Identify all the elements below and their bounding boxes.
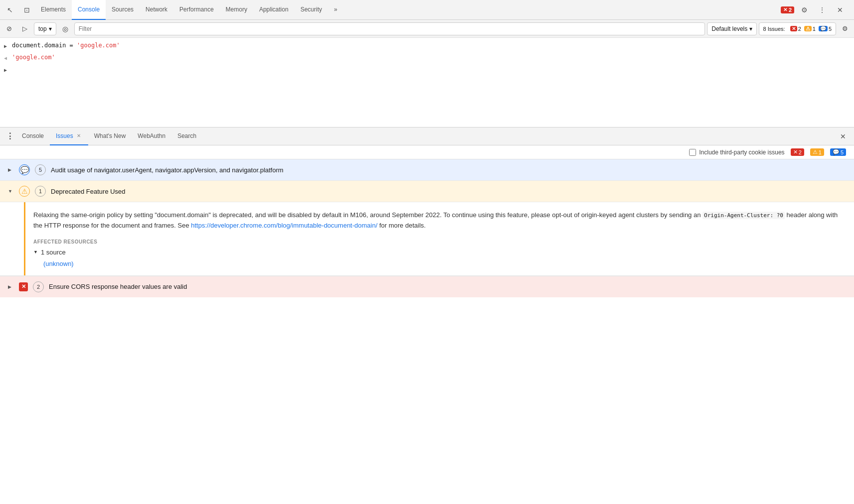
tab-application[interactable]: Application [253, 0, 294, 20]
bottom-tab-issues[interactable]: Issues ✕ [50, 127, 88, 145]
tab-network[interactable]: Network [140, 0, 173, 20]
hide-network-icon[interactable]: ◎ [58, 22, 72, 36]
console-line-2: ◀ 'google.com' [0, 52, 854, 64]
issue-row-navigator-audit[interactable]: ▶ 💬 5 Audit usage of navigator.userAgent… [0, 159, 854, 181]
affected-resources-label: Affected Resources [33, 239, 844, 245]
error-badge[interactable]: ✕ 2 [781, 6, 794, 13]
top-context-selector[interactable]: top ▾ [34, 22, 56, 35]
source-toggle-arrow-icon: ▼ [33, 250, 38, 254]
chevron-down-icon: ▾ [49, 25, 52, 32]
close-issues-tab-icon[interactable]: ✕ [75, 132, 82, 139]
issue-title-navigator: Audit usage of navigator.userAgent, navi… [51, 166, 284, 174]
issues-x-icon: ✕ [793, 149, 798, 155]
console-output: ▶ document.domain = 'google.com' ◀ 'goog… [0, 38, 854, 127]
tab-memory[interactable]: Memory [220, 0, 253, 20]
bottom-tab-search[interactable]: Search [171, 127, 202, 145]
issue-error-count-badge: 2 [33, 281, 44, 292]
issue-row-cors[interactable]: ▶ ✕ 2 Ensure CORS response header values… [0, 276, 854, 297]
tab-more[interactable]: » [328, 0, 343, 20]
third-party-cookie-checkbox-label[interactable]: Include third-party cookie issues [689, 149, 784, 156]
settings-icon[interactable]: ⚙ [796, 2, 812, 18]
issue-error-icon: ✕ [19, 282, 28, 291]
panel-more-icon[interactable]: ⋮ [4, 130, 16, 142]
issues-toolbar: Include third-party cookie issues ✕ 2 ⚠ … [0, 145, 854, 159]
tab-security[interactable]: Security [294, 0, 328, 20]
tab-console[interactable]: Console [72, 0, 106, 20]
source-item-unknown[interactable]: (unknown) [33, 260, 844, 267]
clear-console-icon[interactable]: ⊘ [2, 22, 16, 36]
cors-collapsed-icon: ▶ [8, 284, 14, 289]
filter-input[interactable] [74, 22, 706, 35]
issues-badge-container[interactable]: 8 Issues: ✕ 2 ⚠ 1 💬 5 [759, 22, 836, 35]
tab-sources[interactable]: Sources [106, 0, 140, 20]
issue-deprecated-expanded-content: Relaxing the same-origin policy by setti… [0, 202, 854, 276]
source-toggle[interactable]: ▼ 1 source [33, 249, 844, 256]
tab-performance[interactable]: Performance [173, 0, 220, 20]
issue-info-icon: 💬 [19, 164, 30, 175]
more-options-icon[interactable]: ⋮ [814, 2, 830, 18]
chevron-right-icon: ▶ [4, 42, 12, 51]
close-devtools-icon[interactable]: ✕ [832, 2, 848, 18]
console-settings-icon[interactable]: ⚙ [838, 22, 852, 36]
device-toolbar-icon[interactable]: ⊡ [19, 2, 35, 18]
inspect-element-icon[interactable]: ↖ [2, 2, 18, 18]
console-line-3: ▶ [0, 64, 854, 76]
issues-info-icon: 💬 [833, 149, 840, 155]
issues-warn-icon: ⚠ [813, 149, 818, 155]
issues-info-badge: 💬 5 [830, 148, 846, 156]
error-x-icon: ✕ [783, 7, 787, 12]
bottom-tab-bar: ⋮ Console Issues ✕ What's New WebAuthn S… [0, 127, 854, 145]
top-tab-bar: ↖ ⊡ Elements Console Sources Network Per… [0, 0, 854, 20]
issue-collapsed-icon: ▶ [8, 167, 14, 172]
tab-elements[interactable]: Elements [35, 0, 72, 20]
close-bottom-panel-icon[interactable]: ✕ [836, 129, 850, 143]
chevron-empty-icon: ▶ [4, 66, 12, 75]
info-count-icon: 💬 [819, 26, 828, 31]
issues-error-badge: ✕ 2 [791, 148, 804, 156]
bottom-tab-console[interactable]: Console [16, 127, 50, 145]
issue-learn-more-link[interactable]: https://developer.chrome.com/blog/immuta… [191, 222, 377, 229]
issue-title-deprecated: Deprecated Feature Used [51, 188, 126, 195]
console-toolbar: ⊘ ▷ top ▾ ◎ Default levels ▾ 8 Issues: ✕… [0, 20, 854, 38]
issue-expanded-chevron-icon: ▼ [8, 189, 14, 194]
issue-count-badge: 5 [35, 164, 46, 175]
issue-warning-count-badge: 1 [35, 186, 46, 197]
chevron-left-icon: ◀ [4, 54, 12, 63]
issue-title-cors: Ensure CORS response header values are v… [49, 283, 187, 290]
warn-count-icon: ⚠ [804, 26, 812, 31]
expand-console-icon[interactable]: ▷ [18, 22, 32, 36]
issue-warning-icon: ⚠ [19, 186, 30, 197]
default-levels-button[interactable]: Default levels ▾ [707, 22, 756, 35]
error-count-icon: ✕ [790, 26, 797, 31]
issue-description-text: Relaxing the same-origin policy by setti… [33, 210, 844, 231]
issues-warn-badge: ⚠ 1 [810, 148, 824, 156]
bottom-tab-whats-new[interactable]: What's New [88, 127, 132, 145]
bottom-panel: ⋮ Console Issues ✕ What's New WebAuthn S… [0, 127, 854, 297]
issue-row-deprecated[interactable]: ▼ ⚠ 1 Deprecated Feature Used [0, 181, 854, 202]
bottom-tab-webauthn[interactable]: WebAuthn [132, 127, 171, 145]
issues-list: ▶ 💬 5 Audit usage of navigator.userAgent… [0, 159, 854, 297]
console-line-1: ▶ document.domain = 'google.com' [0, 40, 854, 52]
third-party-cookie-checkbox[interactable] [689, 149, 696, 156]
